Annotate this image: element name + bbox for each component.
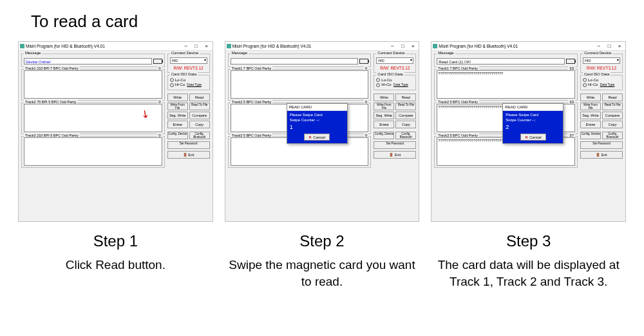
read-to-file-button[interactable]: Read To File <box>395 103 416 110</box>
loco-radio[interactable] <box>376 78 380 82</box>
set-password-button[interactable]: Set Password <box>580 141 623 149</box>
device-select[interactable]: HID <box>376 57 413 64</box>
compare-button[interactable]: Compare <box>189 112 210 119</box>
track3-count: 0 <box>364 133 368 137</box>
erase-button[interactable]: Erase <box>374 121 394 128</box>
message-label: Message <box>231 51 249 55</box>
hico-label: Hi-Co <box>175 83 185 86</box>
maximize-button[interactable]: □ <box>605 43 614 49</box>
device-select[interactable]: HID <box>170 57 207 64</box>
step2-label: Step 2 <box>225 232 420 250</box>
seg-write-button[interactable]: Seg. Write <box>374 112 394 119</box>
track3-textarea[interactable] <box>24 137 162 166</box>
hico-radio[interactable] <box>376 83 380 87</box>
track2-label: Track2 5 BPC Odd Parity <box>437 100 479 104</box>
copy-button[interactable]: Copy <box>189 121 210 128</box>
close-button[interactable]: × <box>408 43 417 49</box>
loco-label: Lo-Co <box>381 78 392 82</box>
config-bluetooth-button[interactable]: Config. Bluetooth <box>189 132 210 139</box>
config-bluetooth-button[interactable]: Config. Bluetooth <box>602 132 623 139</box>
config-device-button[interactable]: Config. Device <box>167 132 188 139</box>
track3-count: 0 <box>157 133 162 137</box>
cancel-x-icon: ✕ <box>525 135 528 139</box>
exit-button[interactable]: 🚪 Exit <box>167 151 210 159</box>
step3-description: The card data will be displayed at Track… <box>431 257 626 290</box>
copy-button[interactable]: Copy <box>395 121 416 128</box>
modal-line2: Swipe Counter --: <box>290 118 345 123</box>
track1-label: Track1 210 BPI 7 BPC Odd Parity <box>24 66 80 70</box>
card-iso-label: Card ISO Data <box>376 72 404 76</box>
hico-label: Hi-Co <box>381 83 391 86</box>
app-window-step2: Misiri Program (for HID & Bluetooth) V4.… <box>225 41 420 222</box>
hico-radio[interactable] <box>170 83 174 87</box>
cancel-button[interactable]: ✕Cancel <box>304 133 330 141</box>
hico-radio[interactable] <box>583 83 587 87</box>
app-icon <box>20 44 24 48</box>
copy-button[interactable]: Copy <box>602 121 623 128</box>
minimize-button[interactable]: − <box>594 43 603 49</box>
track1-count: 0 <box>157 66 162 70</box>
connect-device-label: Connect Device <box>376 51 406 55</box>
erase-button[interactable]: Erase <box>167 121 188 128</box>
track1-count: 0 <box>364 66 368 70</box>
minimize-button[interactable]: − <box>182 43 191 49</box>
loco-radio[interactable] <box>170 78 174 82</box>
read-to-file-button[interactable]: Read To File <box>602 103 623 110</box>
config-bluetooth-button[interactable]: Config. Bluetooth <box>395 132 416 139</box>
device-select[interactable]: HID <box>583 57 620 64</box>
read-button[interactable]: Read <box>189 94 210 101</box>
loco-radio[interactable] <box>583 78 587 82</box>
close-button[interactable]: × <box>615 43 624 49</box>
seg-write-button[interactable]: Seg. Write <box>167 112 188 119</box>
read-button[interactable]: Read <box>395 94 416 101</box>
cancel-button[interactable]: ✕Cancel <box>520 133 546 141</box>
modal-line2: Swipe Counter --: <box>506 118 560 123</box>
compare-button[interactable]: Compare <box>395 112 416 119</box>
track2-label: Track2 5 BPC Odd Parity <box>231 100 273 104</box>
loco-label: Lo-Co <box>588 78 598 82</box>
seg-write-button[interactable]: Seg. Write <box>580 112 601 119</box>
rw-version-label: R/W: REVT3.12 <box>583 66 620 70</box>
modal-line1: Please Swipe Card <box>506 113 560 118</box>
exit-button[interactable]: 🚪 Exit <box>580 151 623 159</box>
maximize-button[interactable]: □ <box>398 43 407 49</box>
set-password-button[interactable]: Set Password <box>167 141 210 149</box>
track1-textarea[interactable] <box>231 70 369 99</box>
app-icon <box>227 44 231 48</box>
exit-button[interactable]: 🚪 Exit <box>374 151 416 159</box>
track1-textarea[interactable]: ????????????????????????????????? <box>437 70 575 99</box>
set-password-button[interactable]: Set Password <box>374 141 416 149</box>
message-field <box>231 58 359 64</box>
read-card-modal: READ CARD Please Swipe Card Swipe Counte… <box>502 103 564 144</box>
message-field: Device Online! <box>24 58 152 64</box>
track1-textarea[interactable] <box>24 70 162 99</box>
erase-button[interactable]: Erase <box>580 121 601 128</box>
data-type-link[interactable]: Data Type <box>393 83 408 86</box>
step3-label: Step 3 <box>431 232 626 250</box>
write-button[interactable]: Write <box>580 94 601 101</box>
write-from-file-button[interactable]: Write From File <box>167 103 188 110</box>
track3-label: Track3 5 BPC Odd Parity <box>437 133 479 137</box>
close-button[interactable]: × <box>202 43 211 49</box>
track2-textarea[interactable] <box>24 104 162 132</box>
config-device-button[interactable]: Config. Device <box>374 132 394 139</box>
read-card-modal: READ CARD Please Swipe Card Swipe Counte… <box>287 103 348 144</box>
track3-label: Track3 5 BPC Odd Parity <box>231 133 273 137</box>
data-type-link[interactable]: Data Type <box>187 83 202 86</box>
read-button[interactable]: Read <box>602 94 623 101</box>
step1-description: Click Read button. <box>18 257 213 273</box>
write-button[interactable]: Write <box>167 94 188 101</box>
window-title: Misiri Program (for HID & Bluetooth) V4.… <box>26 44 105 48</box>
maximize-button[interactable]: □ <box>192 43 201 49</box>
compare-button[interactable]: Compare <box>602 112 623 119</box>
write-from-file-button[interactable]: Write From File <box>580 103 601 110</box>
minimize-button[interactable]: − <box>388 43 397 49</box>
config-device-button[interactable]: Config. Device <box>580 132 601 139</box>
write-button[interactable]: Write <box>374 94 394 101</box>
app-window-step3: Misiri Program (for HID & Bluetooth) V4.… <box>431 41 626 222</box>
track3-count: 37 <box>568 133 575 137</box>
write-from-file-button[interactable]: Write From File <box>374 103 394 110</box>
rw-version-label: R/W: REVT3.12 <box>376 66 413 70</box>
read-to-file-button[interactable]: Read To File <box>189 103 210 110</box>
data-type-link[interactable]: Data Type <box>600 83 615 86</box>
